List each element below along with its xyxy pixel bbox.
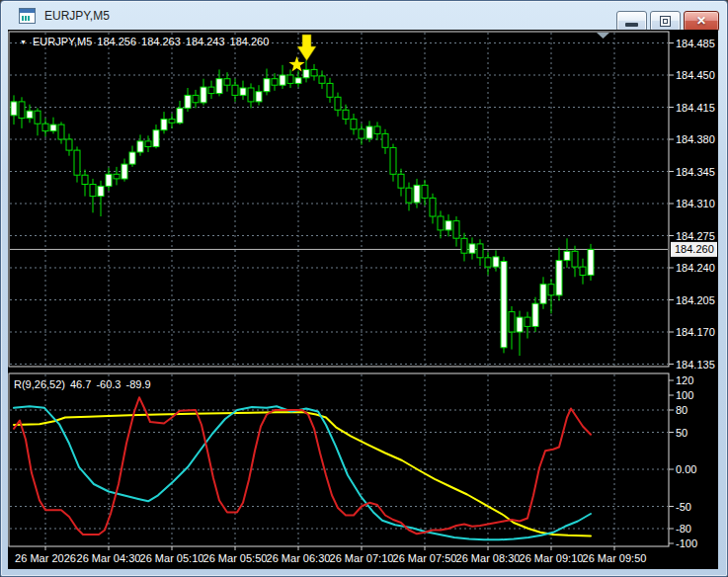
- time-axis-label: 26 Mar 05:10: [140, 552, 204, 564]
- candle-body: [35, 111, 40, 124]
- indicator-value-1: 46.7: [70, 378, 91, 390]
- price-axis-label: 184.135: [676, 359, 715, 371]
- candle-body: [540, 285, 546, 304]
- close-icon: ✕: [696, 12, 706, 31]
- titlebar[interactable]: EURJPY,M5 ✕: [1, 1, 727, 30]
- restore-icon: [660, 16, 671, 27]
- candle-body: [256, 92, 262, 102]
- star-marker[interactable]: [288, 56, 304, 71]
- chart-window-icon[interactable]: [19, 8, 36, 24]
- candle-body: [532, 303, 538, 326]
- chart-canvas[interactable]: 26 Mar 202626 Mar 04:3026 Mar 05:1026 Ma…: [8, 30, 718, 569]
- price-axis-label: 184.170: [676, 326, 715, 338]
- info-high: 184.263: [141, 36, 181, 47]
- candle-body: [335, 97, 341, 110]
- candle-body: [295, 78, 301, 84]
- close-button[interactable]: ✕: [684, 11, 719, 32]
- candle-body: [382, 133, 388, 147]
- minimize-button[interactable]: [616, 11, 647, 32]
- chart-shift-marker: [597, 33, 609, 39]
- candle-body: [169, 120, 175, 124]
- candle-body: [438, 216, 444, 230]
- candle-body: [264, 79, 270, 92]
- candle-body: [114, 174, 120, 179]
- chart-window: EURJPY,M5 ✕ 26 Mar 202626 Mar 04:3026 Ma…: [0, 0, 728, 577]
- current-price-tag-label: 184.260: [675, 243, 714, 255]
- candle-body: [208, 87, 214, 94]
- indicator-axis-label: -100: [676, 537, 697, 549]
- candle-body: [137, 141, 143, 152]
- candle-body: [303, 69, 309, 77]
- arrow-down-marker[interactable]: [297, 35, 316, 61]
- candle-body: [493, 257, 499, 267]
- candle-body: [161, 120, 167, 130]
- price-axis-label: 184.485: [676, 38, 715, 49]
- candle-body: [272, 79, 278, 86]
- price-axis-label: 184.310: [676, 198, 715, 209]
- candle-body: [201, 87, 206, 103]
- price-axis-label: 184.240: [676, 262, 715, 274]
- candle-body: [58, 124, 64, 139]
- candle-body: [374, 126, 380, 133]
- time-axis-label: 26 Mar 08:30: [456, 552, 521, 564]
- candle-body: [414, 185, 420, 203]
- info-close: 184.260: [230, 36, 270, 47]
- candle-body: [366, 126, 372, 138]
- candle-body: [327, 83, 333, 97]
- candle-body: [232, 85, 238, 95]
- candle-body: [398, 174, 404, 188]
- candle-body: [74, 150, 80, 175]
- info-symbol: EURJPY,M5: [33, 36, 92, 47]
- candle-body: [177, 108, 183, 123]
- restore-button[interactable]: [650, 11, 681, 32]
- symbol-dropdown-icon[interactable]: ▼: [20, 39, 27, 45]
- time-axis-label: 26 Mar 06:30: [267, 552, 331, 564]
- candle-body: [453, 221, 459, 239]
- candle-body: [42, 124, 48, 130]
- candle-body: [556, 261, 562, 295]
- candle-body: [588, 249, 594, 275]
- time-axis-label: 26 Mar 09:50: [583, 552, 647, 564]
- candle-body: [572, 251, 578, 267]
- candle-body: [461, 238, 467, 253]
- candle-body: [525, 317, 530, 326]
- candle-body: [351, 120, 357, 129]
- candle-body: [248, 88, 254, 102]
- candle-body: [485, 258, 491, 267]
- candle-body: [517, 317, 523, 332]
- price-axis-label: 184.415: [676, 102, 715, 114]
- candle-body: [280, 75, 285, 85]
- indicator-value-3: -89.9: [125, 378, 150, 390]
- candle-body: [477, 244, 483, 258]
- candle-body: [445, 221, 451, 230]
- candle-body: [27, 111, 33, 118]
- indicator-axis-label: 50: [676, 427, 688, 439]
- candle-body: [153, 130, 159, 147]
- price-axis-label: 184.380: [676, 133, 715, 145]
- candle-body: [193, 95, 199, 102]
- candle-body: [121, 164, 127, 179]
- candle-body: [548, 285, 554, 295]
- candle-body: [129, 152, 135, 164]
- candle-body: [50, 124, 56, 131]
- chart-info-line: ▼EURJPY,M5184.256184.263184.243184.260: [20, 36, 274, 47]
- candle-body: [90, 185, 96, 197]
- candle-body: [390, 147, 396, 174]
- candle-body: [240, 88, 246, 95]
- indicator-name: R(9,26,52): [14, 378, 65, 390]
- info-open: 184.256: [97, 36, 136, 47]
- candle-body: [19, 102, 25, 119]
- indicator-axis-label: 0.00: [676, 463, 696, 475]
- time-axis-label: 26 Mar 05:50: [203, 552, 268, 564]
- candle-body: [580, 267, 586, 275]
- price-axis-label: 184.205: [676, 294, 715, 306]
- indicator-axis-label: 80: [676, 404, 688, 416]
- candle-body: [319, 76, 325, 83]
- time-axis-label: 26 Mar 07:50: [393, 552, 457, 564]
- indicator-axis-label: 100: [676, 389, 693, 401]
- window-controls: ✕: [616, 11, 719, 32]
- candle-body: [359, 129, 364, 138]
- indicator-info-line: R(9,26,52)46.7-60.3-89.9: [14, 378, 156, 390]
- indicator-line-r9: [14, 397, 591, 535]
- candle-body: [509, 312, 515, 332]
